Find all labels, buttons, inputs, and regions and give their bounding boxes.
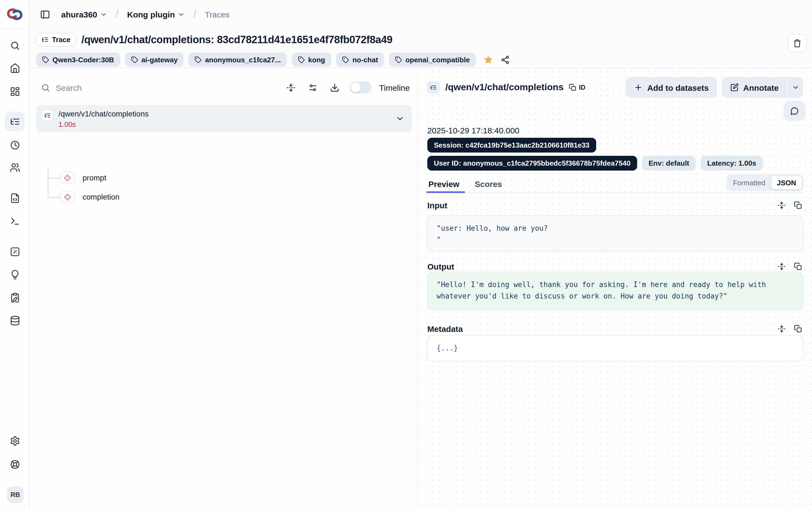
tag-pill[interactable]: ai-gateway bbox=[125, 53, 184, 67]
tree-root-node[interactable]: /qwen/v1/chat/completions 1.00s bbox=[36, 105, 412, 132]
delete-trace-button[interactable] bbox=[787, 34, 807, 53]
trace-tree-icon bbox=[44, 112, 51, 118]
breadcrumb-org-dropdown[interactable]: ahura360 bbox=[58, 7, 110, 21]
env-badge: Env: default bbox=[642, 156, 696, 171]
breadcrumb-project-dropdown[interactable]: Kong plugin bbox=[124, 7, 188, 21]
tree-connector bbox=[47, 169, 48, 197]
copy-metadata-button[interactable] bbox=[792, 323, 803, 334]
tag-label: openai_compatible bbox=[405, 56, 470, 64]
tag-label: no-chat bbox=[353, 56, 378, 64]
prompts-file-code-icon bbox=[9, 193, 20, 203]
tab-scores[interactable]: Scores bbox=[474, 175, 503, 193]
sidebar-item-search[interactable] bbox=[5, 36, 25, 55]
metadata-section-header: Metadata bbox=[427, 323, 803, 334]
sidebar-item-sessions[interactable] bbox=[5, 135, 25, 155]
collapse-input-button[interactable] bbox=[776, 200, 787, 210]
user-avatar[interactable]: RB bbox=[7, 486, 24, 503]
event-fan-icon bbox=[64, 174, 71, 181]
format-option-formatted[interactable]: Formatted bbox=[728, 175, 771, 190]
sidebar-item-users[interactable] bbox=[5, 158, 25, 177]
tree-child-node-completion[interactable]: completion bbox=[60, 188, 412, 206]
search-input[interactable] bbox=[56, 83, 278, 92]
collapse-all-button[interactable] bbox=[283, 79, 299, 96]
input-content[interactable]: "user: Hello, how are you? " bbox=[427, 215, 803, 251]
sidebar-item-insights[interactable] bbox=[5, 265, 25, 284]
tree-child-node-prompt[interactable]: prompt bbox=[60, 168, 412, 187]
event-node-badge bbox=[60, 172, 75, 184]
sidebar-item-evaluation[interactable] bbox=[5, 242, 25, 261]
plus-icon bbox=[634, 83, 643, 92]
copy-id-button[interactable]: ID bbox=[569, 83, 586, 91]
download-button[interactable] bbox=[327, 79, 343, 96]
page-title: /qwen/v1/chat/completions: 83cd78211d41e… bbox=[81, 34, 392, 46]
sidebar-toggle-button[interactable] bbox=[36, 5, 53, 23]
add-to-datasets-label: Add to datasets bbox=[647, 83, 709, 92]
fold-vertical-icon bbox=[777, 201, 785, 209]
output-content[interactable]: "Hello! I'm doing well, thank you for as… bbox=[427, 272, 803, 310]
collapse-metadata-button[interactable] bbox=[776, 323, 787, 334]
child-node-name: completion bbox=[82, 193, 119, 201]
sidebar-item-support[interactable] bbox=[5, 454, 25, 474]
tag-label: kong bbox=[308, 56, 325, 64]
tag-icon bbox=[42, 56, 49, 63]
tag-pill[interactable]: no-chat bbox=[336, 53, 384, 67]
sidebar-item-traces[interactable] bbox=[5, 111, 25, 131]
timeline-label: Timeline bbox=[379, 83, 410, 92]
trash-icon bbox=[793, 39, 802, 47]
bookmark-star-button[interactable] bbox=[483, 55, 493, 65]
tag-pill[interactable]: openai_compatible bbox=[389, 53, 476, 67]
sidebar-item-prompts[interactable] bbox=[5, 188, 25, 208]
share-button[interactable] bbox=[500, 55, 510, 64]
detail-title: /qwen/v1/chat/completions bbox=[445, 82, 564, 93]
chevron-down-icon bbox=[791, 83, 799, 91]
session-badge[interactable]: Session: c42fca19b75e13aac2b2106610f81e3… bbox=[427, 138, 596, 152]
tag-icon bbox=[342, 56, 349, 63]
star-icon bbox=[483, 55, 493, 65]
sidebar-item-home[interactable] bbox=[5, 58, 25, 78]
tag-icon bbox=[395, 56, 402, 63]
annotate-dropdown-button[interactable] bbox=[787, 77, 803, 98]
annotate-button[interactable]: Annotate bbox=[722, 77, 787, 98]
sidebar-item-annotation[interactable] bbox=[5, 287, 25, 307]
format-option-json[interactable]: JSON bbox=[771, 175, 802, 190]
breadcrumb-page-link[interactable]: Traces bbox=[201, 7, 233, 21]
settings-gear-icon bbox=[9, 436, 20, 446]
topbar: ahura360 / Kong plugin / Traces bbox=[30, 0, 812, 28]
collapse-node-button[interactable] bbox=[396, 114, 404, 123]
sliders-icon bbox=[308, 83, 318, 92]
trace-timestamp: 2025-10-29 17:18:40.000 bbox=[427, 126, 519, 135]
fold-vertical-icon bbox=[777, 262, 785, 270]
root-node-duration: 1.00s bbox=[59, 120, 149, 129]
sidebar-item-settings[interactable] bbox=[5, 431, 25, 450]
sidebar-item-dashboards[interactable] bbox=[5, 81, 25, 101]
tag-icon bbox=[194, 56, 201, 63]
tag-pill[interactable]: anonymous_c1fca27... bbox=[188, 53, 287, 67]
comments-button[interactable] bbox=[784, 101, 806, 121]
copy-icon bbox=[794, 325, 802, 333]
tab-preview[interactable]: Preview bbox=[427, 175, 460, 193]
tag-label: anonymous_c1fca27... bbox=[205, 56, 281, 64]
trace-detail-panel: /qwen/v1/chat/completions ID Add to data… bbox=[418, 68, 812, 509]
output-section-header: Output bbox=[427, 261, 803, 272]
app-logo[interactable] bbox=[6, 6, 23, 23]
panel-left-icon bbox=[40, 9, 50, 20]
tag-icon bbox=[298, 56, 305, 63]
fold-vertical-icon bbox=[287, 83, 296, 92]
event-node-badge bbox=[60, 191, 75, 203]
share-icon bbox=[500, 55, 510, 64]
event-fan-icon bbox=[64, 193, 71, 200]
add-to-datasets-button[interactable]: Add to datasets bbox=[626, 77, 717, 98]
id-label: ID bbox=[579, 83, 586, 91]
tag-pill[interactable]: kong bbox=[292, 53, 331, 67]
trace-tree-panel: Timeline /qwen/v1/chat/completions 1.00s bbox=[30, 68, 418, 509]
copy-output-button[interactable] bbox=[792, 261, 803, 272]
sidebar-item-datasets[interactable] bbox=[5, 310, 25, 330]
sidebar-item-playground[interactable] bbox=[5, 211, 25, 231]
tag-pill[interactable]: Qwen3-Coder:30B bbox=[36, 53, 120, 67]
view-settings-button[interactable] bbox=[305, 79, 321, 96]
metadata-content[interactable]: {...} bbox=[427, 335, 803, 362]
user-id-badge[interactable]: User ID: anonymous_c1fca2795bbedc5f36678… bbox=[427, 156, 637, 171]
timeline-toggle[interactable] bbox=[350, 81, 372, 94]
copy-input-button[interactable] bbox=[792, 200, 803, 210]
collapse-output-button[interactable] bbox=[776, 261, 787, 272]
